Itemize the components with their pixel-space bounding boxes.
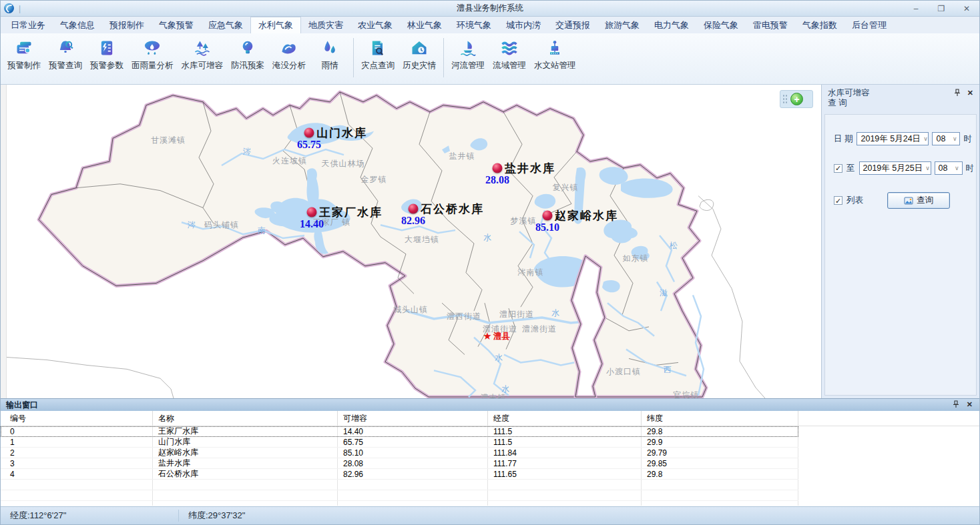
panel-close-icon[interactable]: ✕ xyxy=(967,89,973,97)
column-header[interactable]: 经度 xyxy=(488,411,642,426)
table-cell xyxy=(153,480,338,490)
date-from-select[interactable]: 2019年 5月24日 ∨ xyxy=(856,132,929,145)
zoom-in-button[interactable]: + xyxy=(790,93,803,105)
history-disaster-button[interactable]: 历史灾情 xyxy=(399,38,440,72)
town-label: 澧西街道 xyxy=(447,311,481,322)
river-label: 水 xyxy=(483,232,491,243)
table-row[interactable]: 2赵家峪水库85.10111.8429.79 xyxy=(1,448,798,458)
column-header[interactable]: 可增容 xyxy=(338,411,488,426)
menu-item-4[interactable]: 气象预警 xyxy=(152,17,201,33)
disaster-query-button[interactable]: 灾点查询 xyxy=(357,38,399,72)
column-header[interactable]: 编号 xyxy=(1,411,153,426)
toolbar-label: 防汛预案 xyxy=(231,60,264,71)
flood-plan-button[interactable]: 防汛预案 xyxy=(227,38,268,72)
table-row[interactable]: 1山门水库65.75111.529.9 xyxy=(1,437,798,448)
table-row[interactable]: 0王家厂水库14.40111.529.8 xyxy=(1,426,798,437)
drag-grip-icon[interactable] xyxy=(782,94,787,104)
table-cell: 盐井水库 xyxy=(153,458,338,468)
reservoir-value: 85.10 xyxy=(535,221,559,233)
query-button-icon xyxy=(904,196,913,205)
table-row[interactable]: 4石公桥水库82.96111.6529.8 xyxy=(1,469,798,480)
county-map[interactable]: 甘溪滩镇火连坡镇天供山林场金罗镇码头铺镇王家厂 镇盐井镇复兴镇梦溪镇大堰垱镇涔南… xyxy=(7,85,821,398)
menu-item-8[interactable]: 农业气象 xyxy=(350,17,400,33)
menu-item-11[interactable]: 城市内涝 xyxy=(499,17,548,33)
table-cell xyxy=(642,490,798,500)
table-cell: 85.10 xyxy=(338,448,488,458)
rain-info-button[interactable]: 雨情 xyxy=(310,38,350,72)
menu-item-2[interactable]: 气象信息 xyxy=(53,17,102,33)
table-row[interactable]: 3盐井水库28.08111.7729.85 xyxy=(1,458,798,469)
river-manage-button[interactable]: 河流管理 xyxy=(447,38,489,72)
reservoir-marker[interactable] xyxy=(409,204,419,214)
query-button[interactable]: 查询 xyxy=(887,192,950,209)
area-rainfall-button[interactable]: 面雨量分析 xyxy=(128,38,178,72)
basin-manage-button[interactable]: 流域管理 xyxy=(489,38,530,72)
pin-icon[interactable] xyxy=(954,89,961,97)
hour-suffix: 时 xyxy=(963,133,972,145)
query-button-label: 查询 xyxy=(917,195,933,206)
list-checkbox[interactable]: ✓ xyxy=(834,196,842,205)
table-cell: 29.8 xyxy=(642,426,798,436)
toolbar-label: 历史灾情 xyxy=(403,60,436,71)
hour-to-select[interactable]: 08 ∨ xyxy=(935,161,963,175)
inundation-button[interactable]: 淹没分析 xyxy=(268,38,310,72)
reservoir-value: 28.08 xyxy=(485,174,509,186)
toolbar-label: 预警查询 xyxy=(49,60,82,71)
basin-manage-icon xyxy=(500,39,519,57)
warning-query-button[interactable]: 预警查询 xyxy=(45,38,86,72)
hydro-station-icon xyxy=(545,39,564,57)
table-cell: 29.85 xyxy=(642,458,798,468)
hour-from-select[interactable]: 08 ∨ xyxy=(932,132,960,145)
reservoir-name: 赵家峪水库 xyxy=(555,208,618,223)
pin-icon[interactable] xyxy=(953,400,959,408)
table-cell: 82.96 xyxy=(338,469,488,479)
menu-item-6[interactable]: 水利气象 xyxy=(250,17,301,33)
reservoir-marker[interactable] xyxy=(304,128,314,138)
menu-item-17[interactable]: 气象指数 xyxy=(795,17,844,33)
menu-item-10[interactable]: 环境气象 xyxy=(449,17,499,33)
reservoir-name: 王家厂水库 xyxy=(319,205,383,220)
menu-item-12[interactable]: 交通预报 xyxy=(548,17,597,33)
window-title: 澧县业务制作系统 xyxy=(1,3,979,14)
reservoir-capacity-button[interactable]: 水库可增容 xyxy=(178,38,228,72)
river-label: 涔 xyxy=(188,219,196,231)
town-label: 如东镇 xyxy=(623,253,649,264)
hydro-station-button[interactable]: 水文站管理 xyxy=(530,38,580,72)
table-row-empty xyxy=(1,501,798,506)
menu-item-5[interactable]: 应急气象 xyxy=(201,17,250,33)
table-cell: 赵家峪水库 xyxy=(153,448,338,458)
menu-item-9[interactable]: 林业气象 xyxy=(400,17,449,33)
toolbar-label: 流域管理 xyxy=(493,60,526,71)
menu-item-14[interactable]: 电力气象 xyxy=(647,17,696,33)
town-label: 大堰垱镇 xyxy=(405,234,439,245)
chevron-down-icon: ∨ xyxy=(921,135,931,142)
toolbar-label: 水库可增容 xyxy=(182,60,224,71)
maximize-button[interactable]: ❐ xyxy=(929,1,954,16)
town-label: 复兴镇 xyxy=(553,182,579,193)
to-checkbox[interactable]: ✓ xyxy=(834,164,842,173)
column-header[interactable]: 名称 xyxy=(153,411,338,426)
menu-item-1[interactable]: 日常业务 xyxy=(3,17,53,33)
county-label: 澧县 xyxy=(493,331,510,342)
table-cell xyxy=(338,480,488,490)
output-close-icon[interactable]: ✕ xyxy=(967,400,973,408)
date-to-select[interactable]: 2019年 5月25日 ∨ xyxy=(859,161,931,175)
menu-item-16[interactable]: 雷电预警 xyxy=(746,17,795,33)
column-header[interactable]: 纬度 xyxy=(642,411,798,426)
menu-item-7[interactable]: 地质灾害 xyxy=(301,17,350,33)
toolbar-label: 预警参数 xyxy=(90,60,124,71)
warning-make-button[interactable]: 预警制作 xyxy=(3,38,45,72)
output-window: 输出窗口 ✕ 编号 名称 可增容 经度 纬度 0王家厂水库14.40111.52… xyxy=(1,398,979,506)
reservoir-marker[interactable] xyxy=(493,163,503,173)
close-button[interactable]: ✕ xyxy=(954,1,979,16)
reservoir-marker[interactable] xyxy=(307,207,317,217)
river-label: 涔 xyxy=(243,146,251,157)
menu-item-3[interactable]: 预报制作 xyxy=(102,17,152,33)
menu-item-15[interactable]: 保险气象 xyxy=(696,17,746,33)
menu-item-13[interactable]: 旅游气象 xyxy=(597,17,647,33)
minimize-button[interactable]: – xyxy=(903,1,929,16)
reservoir-marker[interactable] xyxy=(543,211,553,221)
status-longitude: 经度:112°6'27" xyxy=(1,510,179,522)
menu-item-18[interactable]: 后台管理 xyxy=(844,17,894,33)
warning-params-button[interactable]: 预警参数 xyxy=(86,38,128,72)
